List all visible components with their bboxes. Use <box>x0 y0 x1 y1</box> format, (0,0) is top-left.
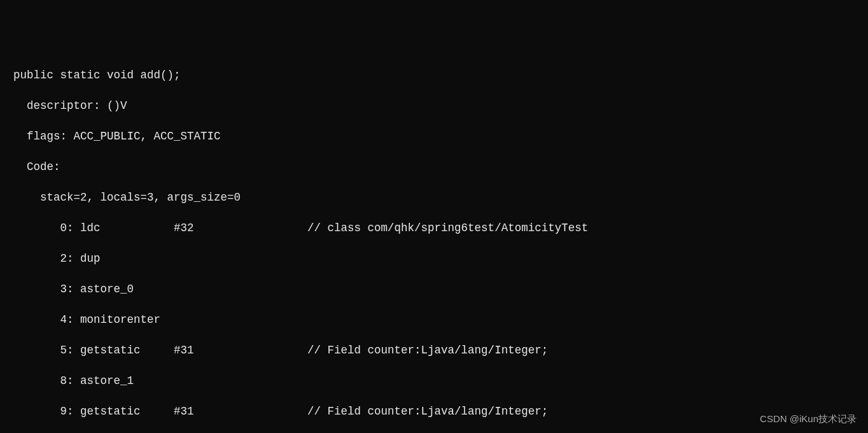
stack-line: stack=2, locals=3, args_size=0 <box>0 190 868 205</box>
instruction-line: 8: astore_1 <box>0 373 868 388</box>
instruction-line: 5: getstatic #31 // Field counter:Ljava/… <box>0 343 868 358</box>
instruction-line: 3: astore_0 <box>0 281 868 297</box>
instruction-line: 0: ldc #32 // class com/qhk/spring6test/… <box>0 220 868 236</box>
instruction-line: 4: monitorenter <box>0 312 868 327</box>
descriptor-line: descriptor: ()V <box>0 98 868 113</box>
method-signature: public static void add(); <box>0 67 868 83</box>
instruction-line: 9: getstatic #31 // Field counter:Ljava/… <box>0 404 868 419</box>
code-header: Code: <box>0 159 868 174</box>
instruction-line: 2: dup <box>0 251 868 266</box>
watermark-text: CSDN @iKun技术记录 <box>760 411 857 427</box>
flags-line: flags: ACC_PUBLIC, ACC_STATIC <box>0 129 868 144</box>
